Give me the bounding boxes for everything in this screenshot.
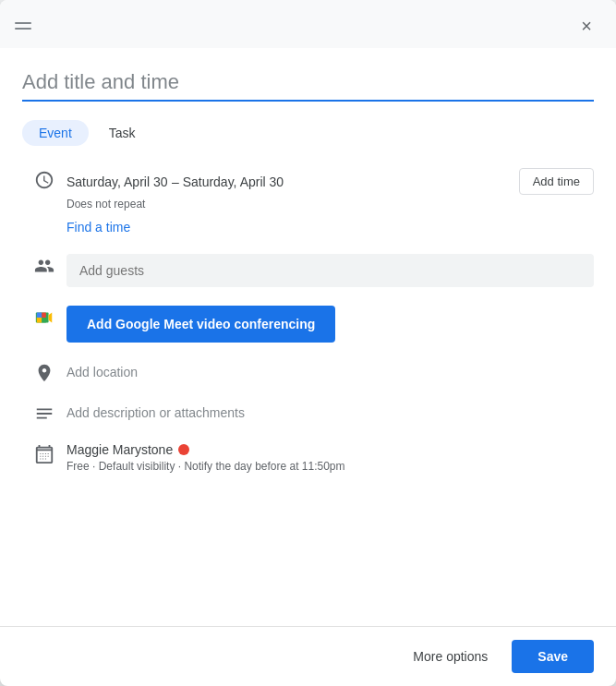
meet-camera-icon bbox=[34, 307, 54, 328]
repeat-text: Does not repeat bbox=[66, 198, 594, 211]
meet-content: Add Google Meet video conferencing bbox=[66, 306, 594, 343]
tab-row: Event Task bbox=[22, 120, 594, 146]
modal-header: × bbox=[0, 0, 616, 48]
date-line: Saturday, April 30 – Saturday, April 30 … bbox=[66, 168, 594, 195]
clock-icon bbox=[34, 170, 54, 190]
event-creation-modal: × Event Task Saturday, April 30 – bbox=[0, 0, 616, 686]
calendar-icon-col bbox=[22, 442, 66, 464]
guests-row bbox=[22, 254, 594, 287]
add-time-button[interactable]: Add time bbox=[519, 168, 594, 195]
guests-input[interactable] bbox=[66, 254, 594, 287]
location-icon bbox=[34, 363, 54, 383]
guests-content bbox=[66, 254, 594, 287]
tab-task[interactable]: Task bbox=[92, 120, 152, 146]
calendar-name-line: Maggie Marystone bbox=[66, 442, 594, 457]
calendar-free: Free bbox=[66, 460, 90, 473]
location-content: Add location bbox=[66, 361, 594, 379]
date-time-content: Saturday, April 30 – Saturday, April 30 … bbox=[66, 168, 594, 235]
modal-body: Event Task Saturday, April 30 – Saturday… bbox=[0, 48, 616, 626]
close-button[interactable]: × bbox=[572, 11, 601, 41]
guests-icon-col bbox=[22, 254, 66, 276]
description-icon bbox=[34, 403, 54, 424]
end-date: Saturday, April 30 bbox=[183, 175, 284, 189]
title-input[interactable] bbox=[22, 63, 594, 102]
calendar-visibility: Default visibility bbox=[99, 460, 175, 473]
date-range: Saturday, April 30 – Saturday, April 30 bbox=[66, 174, 284, 190]
meet-icon-col bbox=[22, 306, 66, 328]
calendar-owner-name: Maggie Marystone bbox=[66, 442, 173, 457]
description-placeholder: Add description or attachments bbox=[66, 402, 594, 420]
location-row: Add location bbox=[22, 361, 594, 383]
location-icon-col bbox=[22, 361, 66, 383]
location-placeholder: Add location bbox=[66, 361, 594, 379]
drag-handle bbox=[15, 22, 31, 30]
tab-event[interactable]: Event bbox=[22, 120, 89, 146]
more-options-button[interactable]: More options bbox=[400, 642, 501, 671]
find-time-link[interactable]: Find a time bbox=[66, 220, 130, 235]
meet-row: Add Google Meet video conferencing bbox=[22, 306, 594, 343]
calendar-notify: Notify the day before at 11:50pm bbox=[184, 460, 344, 473]
modal-footer: More options Save bbox=[0, 626, 616, 686]
calendar-meta: Free · Default visibility · Notify the d… bbox=[66, 460, 594, 473]
start-date: Saturday, April 30 bbox=[66, 175, 167, 189]
calendar-status-dot bbox=[178, 444, 189, 455]
calendar-content: Maggie Marystone Free · Default visibili… bbox=[66, 442, 594, 473]
description-icon-col bbox=[22, 402, 66, 424]
save-button[interactable]: Save bbox=[512, 640, 594, 673]
description-row: Add description or attachments bbox=[22, 402, 594, 424]
calendar-icon bbox=[34, 444, 54, 464]
date-separator: – bbox=[172, 175, 183, 189]
calendar-row: Maggie Marystone Free · Default visibili… bbox=[22, 442, 594, 473]
description-content: Add description or attachments bbox=[66, 402, 594, 420]
guests-icon bbox=[34, 256, 54, 276]
add-meet-button[interactable]: Add Google Meet video conferencing bbox=[66, 306, 335, 343]
clock-icon-col bbox=[22, 168, 66, 190]
date-time-row: Saturday, April 30 – Saturday, April 30 … bbox=[22, 168, 594, 235]
